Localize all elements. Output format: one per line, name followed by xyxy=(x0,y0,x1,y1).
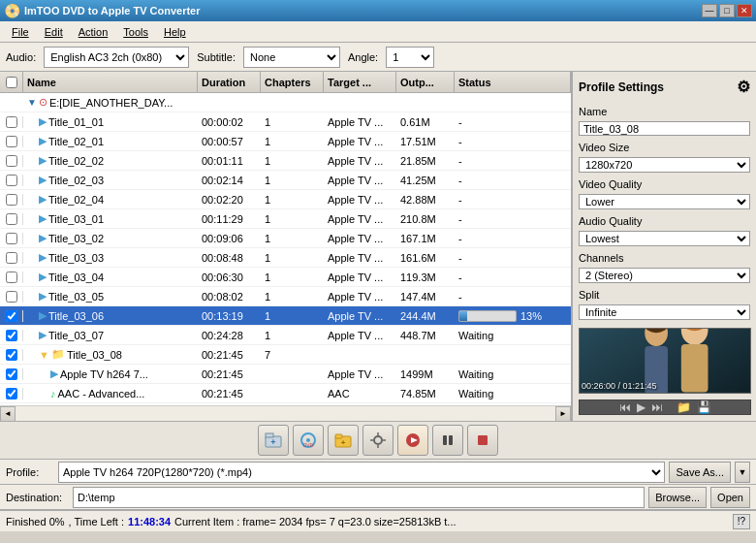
row-checkbox[interactable] xyxy=(6,272,17,283)
row-output: 17.51M xyxy=(396,136,455,147)
row-status: - xyxy=(455,116,571,128)
save-icon[interactable]: 💾 xyxy=(697,400,711,414)
table-row[interactable]: ▶ Title_03_0600:13:191Apple TV ...244.4M… xyxy=(0,306,571,326)
table-row[interactable]: ▶ Title_03_0400:06:301Apple TV ...119.3M… xyxy=(0,268,571,287)
angle-select[interactable]: 1 xyxy=(386,47,434,68)
audio-select[interactable]: English AC3 2ch (0x80) xyxy=(44,47,189,68)
row-checkbox[interactable] xyxy=(6,136,17,147)
name-label: Name xyxy=(579,106,750,117)
table-row[interactable]: ▶ Title_02_0100:00:571Apple TV ...17.51M… xyxy=(0,132,571,151)
settings-button[interactable] xyxy=(362,425,394,456)
row-checkbox[interactable] xyxy=(6,291,17,303)
col-duration: Duration xyxy=(198,72,261,92)
subtitle-select[interactable]: None xyxy=(243,47,340,68)
row-status: 13% xyxy=(455,310,571,322)
name-input[interactable] xyxy=(579,121,750,136)
video-size-select[interactable]: 1280x720 xyxy=(579,157,750,173)
svg-rect-26 xyxy=(478,435,488,445)
table-row[interactable]: ▶ Title_01_0100:00:021Apple TV ...0.61M- xyxy=(0,112,571,132)
close-button[interactable]: ✕ xyxy=(737,4,752,17)
stop-button[interactable] xyxy=(467,425,498,456)
row-checkbox[interactable] xyxy=(6,213,17,225)
row-checkbox[interactable] xyxy=(6,368,17,380)
row-checkbox[interactable] xyxy=(6,330,17,341)
table-row[interactable]: ▶ Title_03_0300:08:481Apple TV ...161.6M… xyxy=(0,248,571,268)
table-row[interactable]: ▶ Title_03_0200:09:061Apple TV ...167.1M… xyxy=(0,229,571,248)
row-checkbox[interactable] xyxy=(6,116,17,128)
video-quality-select[interactable]: Lower xyxy=(579,194,750,209)
row-status: - xyxy=(455,136,571,147)
table-row[interactable]: ▶ Title_02_0300:02:141Apple TV ...41.25M… xyxy=(0,171,571,190)
row-checkbox[interactable] xyxy=(6,155,17,167)
add-dvd-button[interactable]: DVD xyxy=(293,425,324,456)
profile-dropdown-button[interactable]: ▼ xyxy=(735,462,750,483)
row-duration: 00:24:28 xyxy=(198,330,261,341)
thumb-time: 00:26:00 / 01:21:45 xyxy=(582,381,657,391)
prev-button[interactable]: ⏮ xyxy=(619,400,631,414)
row-checkbox[interactable] xyxy=(6,194,17,206)
maximize-button[interactable]: □ xyxy=(719,4,735,17)
row-checkbox[interactable] xyxy=(6,175,17,186)
row-target: Apple TV ... xyxy=(324,310,396,322)
add-folder-button[interactable]: + xyxy=(328,425,359,456)
table-row[interactable]: ▶ Title_02_0200:01:111Apple TV ...21.85M… xyxy=(0,151,571,171)
expand-icon: ▼ xyxy=(27,97,37,108)
table-row[interactable]: ▶ Title_03_0100:11:291Apple TV ...210.8M… xyxy=(0,209,571,229)
select-all-checkbox[interactable] xyxy=(6,77,17,88)
split-select[interactable]: Infinite xyxy=(579,304,750,320)
row-checkbox[interactable] xyxy=(6,388,17,399)
video-icon: ▶ xyxy=(50,367,58,380)
play-button[interactable]: ▶ xyxy=(637,400,646,414)
row-checkbox[interactable] xyxy=(6,310,17,322)
row-target: Apple TV ... xyxy=(324,116,396,128)
table-header: Name Duration Chapters Target ... Outp..… xyxy=(0,72,571,93)
hscroll-right[interactable]: ► xyxy=(555,406,571,422)
menubar: File Edit Action Tools Help xyxy=(0,21,756,43)
video-quality-label: Video Quality xyxy=(579,178,750,190)
table-row[interactable]: ▼ ⊙ E:[DIE_ANOTHER_DAY... xyxy=(0,93,571,112)
help-button[interactable]: !? xyxy=(733,514,750,529)
table-body[interactable]: ▼ ⊙ E:[DIE_ANOTHER_DAY...▶ Title_01_0100… xyxy=(0,93,571,405)
row-checkbox[interactable] xyxy=(6,252,17,264)
table-row[interactable]: ▼📁 Title_03_0800:21:457 xyxy=(0,345,571,365)
table-row[interactable]: ▶ Apple TV h264 7...00:21:45Apple TV ...… xyxy=(0,365,571,384)
save-as-button[interactable]: Save As... xyxy=(669,462,731,483)
row-duration: 00:21:45 xyxy=(198,388,261,399)
destination-label: Destination: xyxy=(6,492,69,503)
folder-open-icon[interactable]: 📁 xyxy=(677,400,691,414)
row-duration: 00:00:02 xyxy=(198,116,261,128)
channels-select[interactable]: 2 (Stereo) xyxy=(579,268,750,283)
video-icon: ▶ xyxy=(39,154,47,167)
minimize-button[interactable]: — xyxy=(702,4,717,17)
menu-tools[interactable]: Tools xyxy=(115,24,156,40)
app-icon: 📀 xyxy=(4,3,20,18)
table-row[interactable]: ▶ Title_03_0700:24:281Apple TV ...448.7M… xyxy=(0,326,571,345)
record-button[interactable] xyxy=(397,425,428,456)
add-button[interactable]: + xyxy=(258,425,289,456)
video-icon: ▶ xyxy=(39,115,47,128)
profile-row: Profile: Apple TV h264 720P(1280*720) (*… xyxy=(0,460,756,485)
row-output: 167.1M xyxy=(396,233,455,244)
next-button[interactable]: ⏭ xyxy=(651,400,663,414)
table-row[interactable]: ♪ AAC - Advanced...00:21:45AAC74.85MWait… xyxy=(0,384,571,403)
row-status: Waiting xyxy=(455,330,571,341)
table-row[interactable]: ▶ Title_02_0400:02:201Apple TV ...42.88M… xyxy=(0,190,571,209)
row-output: 448.7M xyxy=(396,330,455,341)
menu-action[interactable]: Action xyxy=(71,24,116,40)
row-duration: 00:13:19 xyxy=(198,310,261,322)
open-button[interactable]: Open xyxy=(710,487,750,508)
pause-button[interactable] xyxy=(432,425,463,456)
destination-input[interactable] xyxy=(73,487,645,508)
audio-quality-select[interactable]: Lowest xyxy=(579,231,750,246)
row-checkbox[interactable] xyxy=(6,233,17,244)
menu-edit[interactable]: Edit xyxy=(37,24,71,40)
audio-quality-label: Audio Quality xyxy=(579,215,750,227)
hscroll-left[interactable]: ◄ xyxy=(0,406,16,422)
menu-file[interactable]: File xyxy=(4,24,37,40)
menu-help[interactable]: Help xyxy=(156,24,194,40)
gear-icon[interactable]: ⚙ xyxy=(737,78,750,96)
profile-select[interactable]: Apple TV h264 720P(1280*720) (*.mp4) xyxy=(58,462,665,483)
row-checkbox[interactable] xyxy=(6,349,17,361)
table-row[interactable]: ▶ Title_03_0500:08:021Apple TV ...147.4M… xyxy=(0,287,571,306)
browse-button[interactable]: Browse... xyxy=(648,487,707,508)
